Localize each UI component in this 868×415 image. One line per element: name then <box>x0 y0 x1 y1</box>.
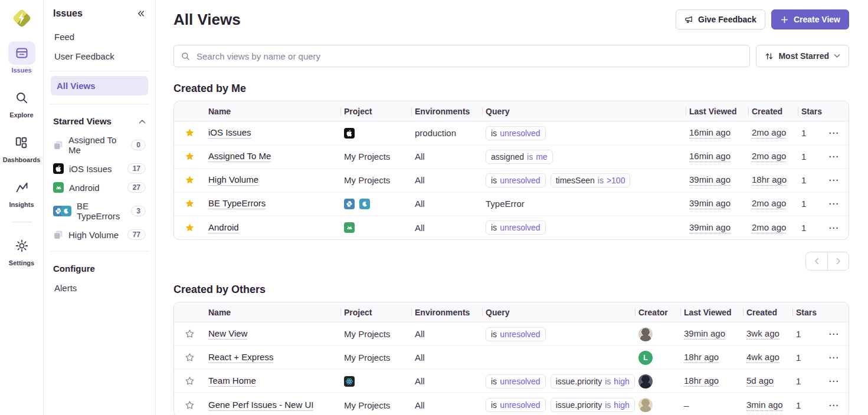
count-badge: 0 <box>131 140 146 150</box>
view-name-link[interactable]: Assigned To Me <box>208 151 271 162</box>
view-name-link[interactable]: Android <box>208 222 239 233</box>
last-viewed-cell: 39min ago <box>686 222 748 233</box>
create-view-button[interactable]: Create View <box>771 9 849 29</box>
row-overflow-menu[interactable]: ⋯ <box>828 199 839 209</box>
star-filled-icon[interactable] <box>174 199 205 209</box>
starred-views-heading: Starred Views <box>53 116 112 126</box>
chevron-up-icon[interactable] <box>139 119 146 124</box>
double-chevron-left-icon[interactable] <box>136 9 146 18</box>
count-badge: 27 <box>127 182 146 193</box>
sidebar-starred-item[interactable]: iOS Issues17 <box>51 159 148 178</box>
created-by-others-table: NameProjectEnvironmentsQueryCreatorLast … <box>173 302 849 415</box>
last-viewed-value: 16min ago <box>689 151 731 162</box>
star-filled-icon[interactable] <box>174 151 205 162</box>
name-cell: iOS Issues <box>205 127 340 139</box>
last-viewed-value: 39min ago <box>689 222 731 233</box>
view-name-link[interactable]: High Volume <box>208 174 258 186</box>
last-viewed-value: 39min ago <box>684 328 725 340</box>
view-name-link[interactable]: BE TypeErrors <box>208 198 266 209</box>
table-row: Team HomeAllisunresolvedissue.priorityis… <box>174 370 849 393</box>
chevron-left-icon <box>813 258 820 265</box>
sidebar-starred-item[interactable]: Assigned To Me0 <box>51 131 148 159</box>
last-viewed-cell: 18hr ago <box>680 352 743 363</box>
query-chip: assignedisme <box>486 150 553 164</box>
last-viewed-value: – <box>684 400 689 410</box>
sidebar-item-alerts[interactable]: Alerts <box>51 278 148 298</box>
view-name-link[interactable]: Team Home <box>208 376 256 387</box>
creator-cell <box>635 374 680 388</box>
row-overflow-menu[interactable]: ⋯ <box>828 329 839 339</box>
brand-diamond-bolt-icon[interactable] <box>11 7 33 32</box>
row-overflow-menu[interactable]: ⋯ <box>828 400 839 410</box>
name-cell: Assigned To Me <box>205 151 340 162</box>
query-chip: isunresolved <box>486 398 546 412</box>
last-viewed-cell: 39min ago <box>686 198 748 209</box>
creator-cell <box>635 398 680 412</box>
query-chip: isunresolved <box>486 220 546 235</box>
sidebar-item-feed[interactable]: Feed <box>51 27 148 47</box>
rail-item-dashboards[interactable]: Dashboards <box>3 131 41 163</box>
sidebar-starred-item[interactable]: BE TypeErrors3 <box>51 197 148 225</box>
row-overflow-menu[interactable]: ⋯ <box>828 353 839 363</box>
star-filled-icon[interactable] <box>174 175 205 185</box>
table-header-row: NameProjectEnvironmentsQueryCreatorLast … <box>174 302 849 322</box>
query-cell: isunresolvedissue.priorityishigh <box>482 398 635 412</box>
rail-divider <box>12 222 32 222</box>
give-feedback-button[interactable]: Give Feedback <box>676 9 765 29</box>
rail-item-issues[interactable]: Issues <box>8 41 35 74</box>
rail-item-explore[interactable]: Explore <box>8 86 35 118</box>
query-cell: isunresolvedtimesSeenis>100 <box>482 173 686 187</box>
environments-cell: All <box>411 199 482 209</box>
stars-count-cell: 1 <box>792 329 825 339</box>
project-cell: My Projects <box>340 175 411 185</box>
sidebar-item-user-feedback[interactable]: User Feedback <box>51 47 148 66</box>
last-viewed-value: 39min ago <box>689 198 731 209</box>
name-cell: Android <box>205 222 340 233</box>
column-header-name: Name <box>205 107 340 116</box>
row-overflow-menu[interactable]: ⋯ <box>828 223 839 233</box>
column-header-creator: Creator <box>635 308 680 317</box>
view-name-link[interactable]: iOS Issues <box>208 127 251 139</box>
rail-item-insights[interactable]: Insights <box>8 176 35 208</box>
rail-label: Dashboards <box>3 156 41 163</box>
created-value: 4wk ago <box>746 352 779 363</box>
stars-count-cell: 1 <box>792 376 825 386</box>
star-filled-icon[interactable] <box>174 128 205 138</box>
sidebar-item-all-views[interactable]: All Views <box>51 76 148 95</box>
star-outline-icon[interactable] <box>174 353 205 363</box>
last-viewed-cell: 16min ago <box>686 151 748 162</box>
stars-count-cell: 1 <box>792 353 825 363</box>
previous-page-button[interactable] <box>806 252 827 270</box>
row-overflow-menu[interactable]: ⋯ <box>828 175 839 185</box>
star-outline-icon[interactable] <box>174 400 205 410</box>
row-overflow-menu[interactable]: ⋯ <box>828 151 839 162</box>
star-filled-icon[interactable] <box>174 223 205 233</box>
teal-project-icon <box>359 199 370 209</box>
view-name-link[interactable]: Gene Perf Issues - New UI <box>208 400 313 411</box>
rail-item-settings[interactable]: Settings <box>8 234 35 266</box>
column-header-name: Name <box>205 308 340 317</box>
last-viewed-cell: 39min ago <box>686 174 748 186</box>
react-project-icon <box>344 376 355 387</box>
stacked-views-icon <box>53 140 63 150</box>
query-cell: isunresolved <box>482 327 635 341</box>
column-header-project: Project <box>340 308 411 317</box>
created-value: 2mo ago <box>752 198 786 209</box>
sidebar-starred-item[interactable]: Android27 <box>51 178 148 197</box>
next-page-button[interactable] <box>827 252 849 270</box>
sort-dropdown[interactable]: Most Starred <box>756 45 849 67</box>
star-outline-icon[interactable] <box>174 329 205 339</box>
created-by-me-heading: Created by Me <box>173 83 849 95</box>
view-name-link[interactable]: New View <box>208 328 247 340</box>
count-badge: 77 <box>127 229 146 240</box>
view-name-link[interactable]: React + Express <box>208 352 273 363</box>
last-viewed-value: 16min ago <box>689 127 731 139</box>
row-overflow-menu[interactable]: ⋯ <box>828 376 839 386</box>
stars-count-cell: 1 <box>798 199 825 209</box>
search-box <box>173 45 750 67</box>
stars-count-cell: 1 <box>798 128 825 138</box>
star-outline-icon[interactable] <box>174 376 205 386</box>
search-input[interactable] <box>195 51 742 62</box>
row-overflow-menu[interactable]: ⋯ <box>828 128 839 138</box>
sidebar-starred-item[interactable]: High Volume77 <box>51 225 148 244</box>
